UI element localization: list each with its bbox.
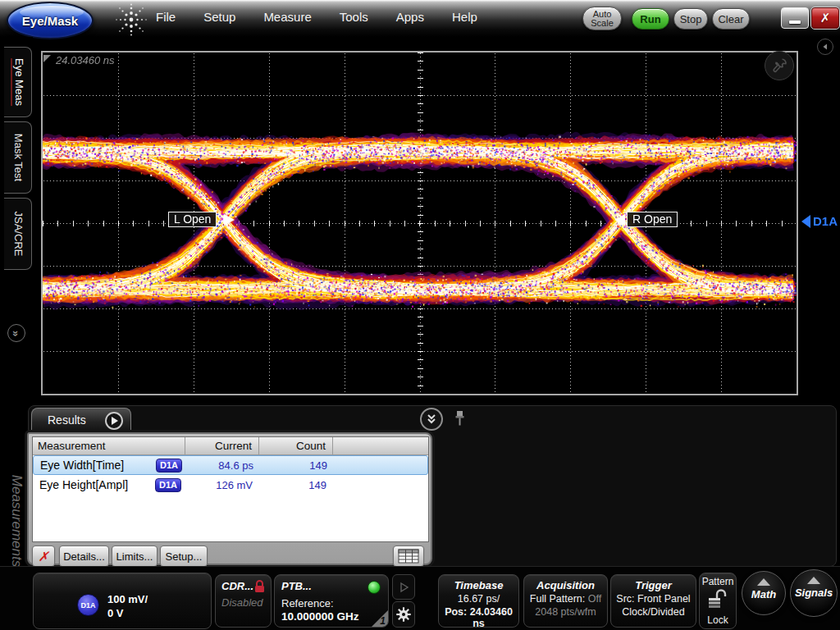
timebase-panel[interactable]: Timebase 16.67 ps/ Pos: 24.03460 ns xyxy=(438,574,519,628)
pin-panel-button[interactable] xyxy=(453,410,467,431)
tab-mask-test[interactable]: Mask Test xyxy=(4,121,32,194)
waveform-display[interactable]: 24.03460 ns L Open R Open xyxy=(41,51,798,395)
pattern-lock-panel[interactable]: Pattern Lock xyxy=(699,573,737,629)
ptb-panel[interactable]: PTB... Reference: 10.000000 GHz 1 xyxy=(274,574,389,628)
results-table: Measurement Current Count Eye Width[Time… xyxy=(32,436,429,542)
measurements-panel-label: Measurements xyxy=(8,475,25,567)
measurement-current: 84.6 ps xyxy=(186,459,260,472)
acquisition-panel[interactable]: Acquisition Full Pattern: Off 2048 pts/w… xyxy=(523,574,608,628)
menu-file[interactable]: File xyxy=(156,10,176,24)
delay-marker-icon xyxy=(43,55,51,62)
l-open-label: L Open xyxy=(174,212,211,226)
table-row-eye-width[interactable]: Eye Width[Time] D1A 84.6 ps 149 xyxy=(33,455,428,475)
triangle-up-icon xyxy=(757,578,770,586)
ptb-reference-label: Reference: xyxy=(281,597,334,609)
results-play-button[interactable] xyxy=(105,412,123,430)
signals-label: Signals xyxy=(795,587,833,599)
measurement-count: 149 xyxy=(259,479,333,491)
trigger-mode: Clock/Divided xyxy=(611,606,696,618)
mode-selector-button[interactable]: Eye/Mask xyxy=(7,2,94,39)
math-button[interactable]: Math xyxy=(742,571,786,615)
minimize-icon xyxy=(789,21,801,24)
trigger-source: Src: Front Panel xyxy=(611,593,696,605)
timebase-scale: 16.67 ps/ xyxy=(439,593,518,605)
trigger-title: Trigger xyxy=(611,579,696,591)
r-open-marker[interactable]: R Open xyxy=(627,212,678,227)
run-button[interactable]: Run xyxy=(632,8,669,30)
titlebar: Eye/Mask File Setup Measure Tools Apps H… xyxy=(0,0,840,37)
source-badge: D1A xyxy=(155,478,181,492)
display-collapse-button[interactable] xyxy=(817,39,833,55)
tab-eye-meas[interactable]: Eye Meas xyxy=(4,47,32,117)
gear-icon xyxy=(395,606,412,623)
channel-level-marker[interactable]: D1A xyxy=(801,214,838,228)
auto-scale-button[interactable]: Auto Scale xyxy=(582,7,622,30)
results-body: Measurement Current Count Eye Width[Time… xyxy=(27,432,432,565)
details-button[interactable]: Details... xyxy=(59,546,109,567)
statusbar: D1A 100 mV/ 0 V CDR... Disabled PTB... R… xyxy=(0,566,840,630)
results-table-header: Measurement Current Count xyxy=(33,437,428,455)
close-button[interactable]: ✗ xyxy=(811,7,839,29)
menu-measure[interactable]: Measure xyxy=(263,10,311,24)
pattern-label: Pattern xyxy=(700,576,736,587)
ptb-corner-number: 1 xyxy=(380,615,386,627)
measurement-name: Eye Height[Ampl] xyxy=(39,478,128,491)
chevron-more-icon: » xyxy=(10,330,22,336)
acquisition-pattern: Full Pattern: Off xyxy=(524,593,607,605)
menubar: File Setup Measure Tools Apps Help xyxy=(156,10,477,24)
clear-button[interactable]: Clear xyxy=(712,8,750,30)
column-filler xyxy=(333,437,428,454)
setup-button[interactable]: Setup... xyxy=(160,546,208,567)
table-view-button[interactable] xyxy=(393,546,424,567)
settings-button[interactable] xyxy=(392,601,415,628)
stop-button[interactable]: Stop xyxy=(673,8,708,30)
delay-readout: 24.03460 ns xyxy=(56,54,115,66)
timebase-title: Timebase xyxy=(439,579,518,591)
delete-measurement-button[interactable]: ✗ xyxy=(32,546,55,567)
run-state-button[interactable] xyxy=(392,574,415,600)
menu-apps[interactable]: Apps xyxy=(396,10,424,24)
minimize-button[interactable] xyxy=(781,7,809,29)
sidebar-expand-button[interactable]: » xyxy=(7,324,25,342)
table-icon xyxy=(398,549,419,564)
play-outline-icon xyxy=(397,581,410,594)
menu-tools[interactable]: Tools xyxy=(340,10,368,24)
math-label: Math xyxy=(751,588,776,600)
results-minimize-button[interactable] xyxy=(420,408,443,431)
agilent-spark-icon xyxy=(113,2,149,37)
column-current: Current xyxy=(185,437,259,454)
column-count: Count xyxy=(259,437,333,454)
tab-jsa-cre[interactable]: JSA/CRE xyxy=(4,198,32,270)
timebase-position: Pos: 24.03460 ns xyxy=(439,606,518,628)
pushpin-icon xyxy=(453,410,467,428)
measurement-current: 126 mV xyxy=(185,479,259,491)
channel-offset: 0 V xyxy=(107,607,124,619)
instrument-window: Eye/Mask File Setup Measure Tools Apps H… xyxy=(0,0,840,630)
triangle-left-icon xyxy=(801,215,810,228)
results-tab[interactable]: Results xyxy=(31,408,131,433)
trigger-panel[interactable]: Trigger Src: Front Panel Clock/Divided xyxy=(610,574,696,628)
channel-badge: D1A xyxy=(77,594,99,616)
tab-jsa-cre-label: JSA/CRE xyxy=(11,212,24,257)
results-tab-label: Results xyxy=(48,413,86,427)
lock-open-icon xyxy=(705,588,730,611)
results-button-bar: ✗ Details... Limits... Setup... xyxy=(29,546,431,567)
arrow-right-icon xyxy=(224,214,235,226)
limits-button[interactable]: Limits... xyxy=(112,546,158,567)
ptb-title: PTB... xyxy=(281,580,312,592)
menu-setup[interactable]: Setup xyxy=(203,10,235,24)
signals-button[interactable]: Signals xyxy=(790,569,838,617)
ptb-reference-value: 10.000000 GHz xyxy=(281,610,359,623)
display-tools-button[interactable] xyxy=(765,51,794,80)
mode-label: Eye/Mask xyxy=(22,14,78,28)
channel-setup-panel[interactable]: D1A 100 mV/ 0 V xyxy=(33,573,212,629)
eye-diagram-canvas[interactable] xyxy=(43,52,797,394)
cdr-panel[interactable]: CDR... Disabled xyxy=(215,574,272,628)
menu-help[interactable]: Help xyxy=(452,10,477,24)
column-measurement: Measurement xyxy=(33,437,185,454)
table-row-eye-height[interactable]: Eye Height[Ampl] D1A 126 mV 149 xyxy=(33,475,428,495)
channel-scale: 100 mV/ xyxy=(107,593,148,605)
l-open-marker[interactable]: L Open xyxy=(168,212,217,227)
triangle-up-icon xyxy=(807,577,820,584)
cdr-title: CDR... xyxy=(221,580,253,592)
